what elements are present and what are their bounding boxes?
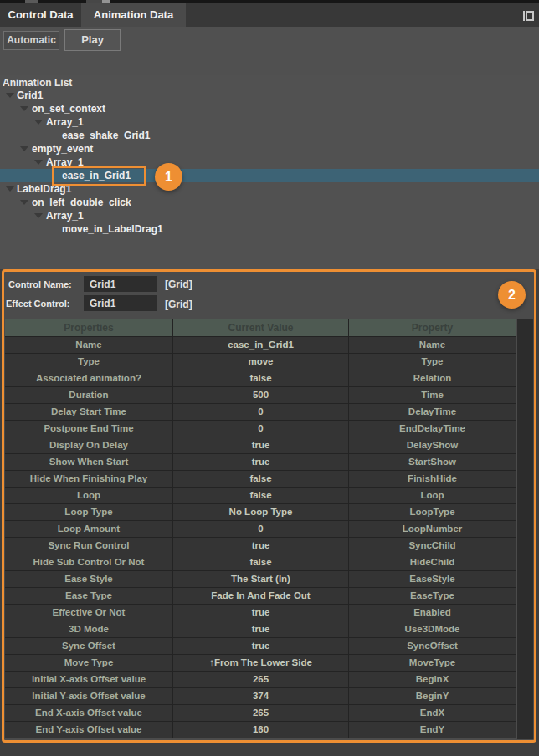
table-row[interactable]: Sync OffsettrueSyncOffset [5, 638, 516, 655]
property-label-cell: Hide When Finishing Play [5, 471, 173, 487]
property-name-cell: Time [349, 387, 516, 403]
tab-animation-data[interactable]: Animation Data [81, 3, 186, 27]
property-name-cell: LoopType [349, 504, 516, 520]
table-row[interactable]: Postpone End Time0EndDelayTime [5, 421, 516, 437]
collapse-arrow-icon[interactable] [20, 146, 28, 151]
table-row[interactable]: End X-axis Offset value265EndX [5, 705, 516, 722]
tree-item-grid1[interactable]: Grid1 [0, 89, 539, 102]
table-row[interactable]: 3D ModetrueUse3DMode [5, 621, 516, 638]
table-row[interactable]: Ease TypeFade In And Fade OutEaseType [5, 588, 516, 605]
tree-item-label: empty_event [32, 143, 93, 155]
tree-item-ease-shake-grid1[interactable]: ease_shake_Grid1 [0, 129, 539, 142]
property-label-cell: Delay Start Time [5, 404, 173, 420]
automatic-button[interactable]: Automatic [3, 31, 59, 50]
property-name-cell: EndX [349, 705, 516, 721]
collapse-arrow-icon[interactable] [34, 160, 43, 165]
table-row[interactable]: LoopfalseLoop [5, 488, 516, 504]
property-label-cell: Initial X-axis Offset value [5, 672, 173, 687]
table-row[interactable]: TypemoveType [5, 354, 516, 370]
property-label-cell: End X-axis Offset value [5, 705, 173, 721]
table-row[interactable]: Nameease_in_Grid1Name [5, 337, 516, 354]
table-row[interactable]: Effective Or NottrueEnabled [5, 605, 516, 621]
property-label-cell: Ease Type [5, 588, 173, 604]
tree-item-on-set-context[interactable]: on_set_context [0, 102, 539, 115]
callout-1-highlight-box [52, 166, 146, 186]
current-value-cell: move [173, 354, 349, 370]
current-value-cell: true [173, 605, 349, 621]
property-name-cell: BeginY [349, 688, 516, 704]
tree-item-on-left-double-click[interactable]: on_left_double_click [0, 196, 539, 209]
current-value-cell: 0 [173, 421, 349, 437]
table-row[interactable]: Show When StarttrueStartShow [5, 454, 516, 471]
control-name-input[interactable] [84, 276, 157, 292]
property-label-cell: End Y-axis Offset value [5, 722, 173, 738]
collapse-arrow-icon[interactable] [20, 200, 28, 205]
table-row[interactable]: Delay Start Time0DelayTime [5, 404, 516, 421]
property-label-cell: Initial Y-axis Offset value [5, 688, 173, 704]
current-value-cell: The Start (In) [173, 571, 349, 587]
current-value-cell: 160 [173, 722, 349, 738]
property-name-cell: EndY [349, 722, 516, 738]
animation-list-title: Animation List [3, 77, 72, 89]
collapse-arrow-icon[interactable] [34, 213, 43, 218]
property-name-cell: Name [349, 337, 516, 353]
current-value-cell: 500 [173, 387, 349, 403]
table-row[interactable]: Associated animation?falseRelation [5, 370, 516, 387]
property-table-body: Nameease_in_Grid1NameTypemoveTypeAssocia… [5, 337, 516, 738]
property-name-cell: BeginX [349, 672, 516, 687]
callout-1-badge: 1 [155, 163, 182, 191]
property-label-cell: Show When Start [5, 454, 173, 470]
table-row[interactable]: Display On DelaytrueDelayShow [5, 437, 516, 454]
tree-item-label: Array_1 [46, 116, 84, 128]
effect-control-label: Effect Control: [6, 299, 69, 309]
table-row[interactable]: Move Type↑From The Lower SideMoveType [5, 655, 516, 672]
table-row[interactable]: Hide Sub Control Or NotfalseHideChild [5, 554, 516, 571]
property-name-cell: HideChild [349, 554, 516, 570]
current-value-cell: 0 [173, 521, 349, 537]
tree-item-move-in-labeldrag1[interactable]: move_in_LabelDrag1 [0, 222, 539, 236]
current-value-cell: true [173, 638, 349, 654]
tree-item-empty-event[interactable]: empty_event [0, 142, 539, 156]
tab-control-data[interactable]: Control Data [0, 3, 81, 27]
header-properties: Properties [5, 319, 173, 336]
table-row[interactable]: Loop TypeNo Loop TypeLoopType [5, 504, 516, 521]
current-value-cell: false [173, 370, 349, 386]
property-name-cell: EaseType [349, 588, 516, 604]
pin-icon[interactable] [521, 9, 535, 23]
property-label-cell: Effective Or Not [5, 605, 173, 621]
collapse-arrow-icon[interactable] [34, 120, 43, 125]
play-button[interactable]: Play [64, 29, 121, 51]
property-name-cell: DelayTime [349, 404, 516, 420]
table-row[interactable]: Ease StyleThe Start (In)EaseStyle [5, 571, 516, 588]
table-row[interactable]: Hide When Finishing PlayfalseFinishHide [5, 471, 516, 488]
current-value-cell: 374 [173, 688, 349, 704]
tree-item-label: ease_shake_Grid1 [62, 130, 150, 141]
table-row[interactable]: Duration500Time [5, 387, 516, 404]
effect-control-input[interactable] [84, 295, 157, 311]
property-label-cell: Associated animation? [5, 370, 173, 386]
property-label-cell: Loop [5, 488, 173, 503]
property-label-cell: Move Type [5, 655, 173, 671]
table-row[interactable]: End Y-axis Offset value160EndY [5, 722, 516, 738]
header-property: Property [349, 319, 516, 336]
collapse-arrow-icon[interactable] [6, 186, 14, 192]
table-row[interactable]: Initial Y-axis Offset value374BeginY [5, 688, 516, 705]
property-label-cell: Loop Type [5, 504, 173, 520]
table-scrollbar-track[interactable] [517, 319, 533, 739]
callout-2-detail-section: Control Name: [Grid] Effect Control: [Gr… [2, 269, 536, 743]
current-value-cell: false [173, 471, 349, 487]
table-row[interactable]: Loop Amount0LoopNumber [5, 521, 516, 538]
tree-item-array-1[interactable]: Array_1 [0, 209, 539, 222]
collapse-arrow-icon[interactable] [20, 106, 28, 111]
collapse-arrow-icon[interactable] [6, 93, 14, 98]
effect-control-type: [Grid] [165, 299, 192, 310]
property-label-cell: Sync Offset [5, 638, 173, 654]
current-value-cell: false [173, 554, 349, 570]
table-row[interactable]: Initial X-axis Offset value265BeginX [5, 672, 516, 688]
current-value-cell: Fade In And Fade Out [173, 588, 349, 604]
property-name-cell: SyncOffset [349, 638, 516, 654]
table-row[interactable]: Sync Run ControltrueSyncChild [5, 538, 516, 554]
property-name-cell: FinishHide [349, 471, 516, 487]
tree-item-array-1[interactable]: Array_1 [0, 115, 539, 129]
current-value-cell: true [173, 538, 349, 554]
